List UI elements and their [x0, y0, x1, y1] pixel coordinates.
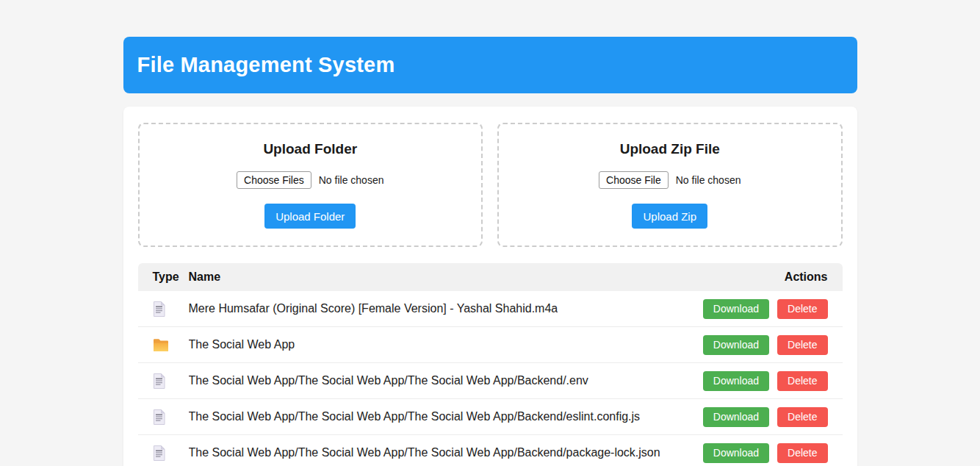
- folder-file-status: No file chosen: [319, 174, 384, 186]
- table-row: Mere Humsafar (Original Score) [Female V…: [138, 291, 843, 327]
- page-container: File Management System Upload Folder Cho…: [123, 37, 857, 466]
- upload-zip-section: Upload Zip File Choose File No file chos…: [497, 123, 843, 247]
- file-name: Mere Humsafar (Original Score) [Female V…: [189, 302, 558, 315]
- row-actions: Download Delete: [703, 443, 828, 463]
- download-button[interactable]: Download: [703, 299, 769, 319]
- table-row: The Social Web App Download Delete: [138, 327, 843, 363]
- document-icon: [153, 409, 189, 425]
- table-row: The Social Web App/The Social Web App/Th…: [138, 363, 843, 399]
- table-row: The Social Web App/The Social Web App/Th…: [138, 399, 843, 435]
- file-name: The Social Web App/The Social Web App/Th…: [189, 446, 660, 459]
- delete-button[interactable]: Delete: [777, 299, 827, 319]
- choose-files-button[interactable]: Choose Files: [237, 171, 311, 189]
- download-button[interactable]: Download: [703, 371, 769, 391]
- upload-zip-title: Upload Zip File: [499, 141, 841, 157]
- table-row: The Social Web App/The Social Web App/Th…: [138, 435, 843, 466]
- upload-folder-title: Upload Folder: [140, 141, 482, 157]
- folder-icon: [153, 338, 189, 352]
- folder-file-input: Choose Files No file chosen: [140, 171, 482, 189]
- column-header-actions: Actions: [785, 270, 828, 284]
- document-icon: [153, 445, 189, 461]
- zip-file-input: Choose File No file chosen: [499, 171, 841, 189]
- upload-sections: Upload Folder Choose Files No file chose…: [138, 123, 843, 247]
- file-name: The Social Web App/The Social Web App/Th…: [189, 410, 641, 423]
- row-actions: Download Delete: [703, 371, 828, 391]
- delete-button[interactable]: Delete: [777, 443, 827, 463]
- document-icon: [153, 301, 189, 317]
- main-card: Upload Folder Choose Files No file chose…: [123, 107, 857, 466]
- choose-file-button[interactable]: Choose File: [599, 171, 669, 189]
- column-header-type: Type: [153, 270, 189, 284]
- upload-folder-button[interactable]: Upload Folder: [264, 204, 356, 229]
- row-actions: Download Delete: [703, 407, 828, 427]
- row-actions: Download Delete: [703, 335, 828, 355]
- column-header-name: Name: [189, 270, 221, 284]
- page-title: File Management System: [137, 53, 395, 77]
- download-button[interactable]: Download: [703, 335, 769, 355]
- upload-zip-button[interactable]: Upload Zip: [632, 204, 707, 229]
- document-icon: [153, 373, 189, 389]
- delete-button[interactable]: Delete: [777, 407, 827, 427]
- folder-name: The Social Web App: [189, 338, 295, 351]
- upload-folder-section: Upload Folder Choose Files No file chose…: [138, 123, 483, 247]
- row-actions: Download Delete: [703, 299, 828, 319]
- download-button[interactable]: Download: [703, 443, 769, 463]
- file-name: The Social Web App/The Social Web App/Th…: [189, 374, 588, 387]
- delete-button[interactable]: Delete: [777, 335, 827, 355]
- delete-button[interactable]: Delete: [777, 371, 827, 391]
- table-header-row: Type Name Actions: [138, 263, 843, 291]
- zip-file-status: No file chosen: [676, 174, 741, 186]
- file-table: Type Name Actions Mere Humsafar (Ori: [138, 263, 843, 466]
- download-button[interactable]: Download: [703, 407, 769, 427]
- app-header: File Management System: [123, 37, 857, 93]
